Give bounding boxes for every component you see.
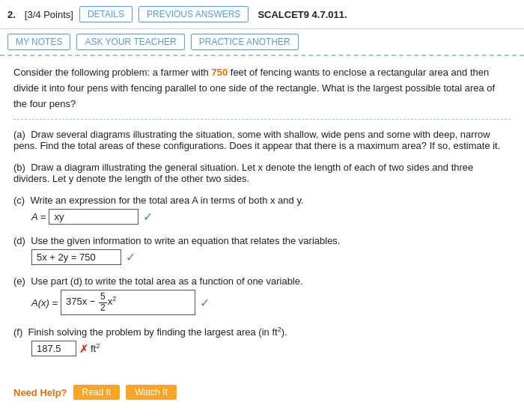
part-e-answer-before: 375x − [66, 296, 98, 308]
part-c: (c) Write an expression for the total ar… [13, 195, 511, 225]
part-c-input[interactable]: xy [49, 209, 138, 225]
need-help-label: Need Help? [13, 387, 67, 398]
scalcet-label: SCALCET9 4.7.011. [258, 9, 347, 20]
part-e-answer-block: A(x) = 375x − 52x2 ✓ [13, 290, 511, 314]
second-bar: MY NOTES ASK YOUR TEACHER PRACTICE ANOTH… [0, 29, 524, 56]
read-it-button[interactable]: Read It [73, 385, 121, 400]
part-f-input[interactable]: 187.5 [31, 341, 76, 356]
part-d-check-icon: ✓ [126, 250, 135, 264]
part-f-text: Finish solving the problem by finding th… [28, 326, 278, 338]
part-d-label: (d) Use the given information to write a… [13, 235, 511, 246]
question-number: 2. [7, 9, 16, 20]
part-c-text: Write an expression for the total area A… [30, 195, 303, 206]
part-e-fraction: 52 [99, 292, 107, 312]
part-f: (f) Finish solving the problem by findin… [13, 326, 511, 356]
part-f-cross-icon: ✗ [79, 342, 89, 356]
part-d-answer-block: 5x + 2y = 750 ✓ [13, 249, 511, 265]
content-area: Consider the following problem: a farmer… [0, 56, 524, 374]
part-c-check-icon: ✓ [143, 210, 153, 224]
ask-teacher-button[interactable]: ASK YOUR TEACHER [76, 34, 184, 50]
top-bar: 2. [3/4 Points] DETAILS PREVIOUS ANSWERS… [0, 0, 524, 29]
part-a: (a) Draw several diagrams illustrating t… [13, 129, 511, 151]
part-c-label: (c) Write an expression for the total ar… [13, 195, 511, 206]
part-c-eq-prefix: A = [31, 211, 46, 222]
part-a-text: Draw several diagrams illustrating the s… [13, 129, 500, 151]
part-f-text-end: ). [281, 326, 287, 338]
problem-intro-text: Consider the following problem: a farmer… [13, 67, 211, 78]
previous-answers-button[interactable]: PREVIOUS ANSWERS [138, 6, 249, 22]
problem-intro: Consider the following problem: a farmer… [13, 65, 511, 120]
need-help-bar: Need Help? Read It Watch It [0, 377, 524, 407]
part-e-input[interactable]: 375x − 52x2 [61, 290, 195, 314]
my-notes-button[interactable]: MY NOTES [7, 34, 70, 50]
part-f-answer-block: 187.5 ✗ ft2 [13, 341, 511, 356]
details-button[interactable]: DETAILS [79, 6, 132, 22]
part-d-input[interactable]: 5x + 2y = 750 [31, 249, 121, 265]
part-f-unit: ft2 [91, 342, 100, 354]
part-a-label: (a) Draw several diagrams illustrating t… [13, 129, 511, 151]
part-e-label: (e) Use part (d) to write the total area… [13, 276, 511, 287]
part-b-label: (b) Draw a diagram illustrating the gene… [13, 162, 511, 184]
part-d-text: Use the given information to write an eq… [31, 235, 340, 246]
part-f-label: (f) Finish solving the problem by findin… [13, 326, 511, 338]
part-e-exponent: 2 [112, 295, 116, 302]
part-e: (e) Use part (d) to write the total area… [13, 276, 511, 314]
part-b-text: Draw a diagram illustrating the general … [13, 162, 473, 184]
part-e-check-icon: ✓ [200, 296, 210, 310]
highlight-750: 750 [211, 67, 228, 78]
practice-another-button[interactable]: PRACTICE ANOTHER [191, 34, 299, 50]
part-e-text: Use part (d) to write the total area as … [31, 276, 302, 287]
part-e-eq-prefix: A(x) = [31, 297, 58, 308]
part-d: (d) Use the given information to write a… [13, 235, 511, 265]
watch-it-button[interactable]: Watch It [126, 385, 177, 400]
points-label: [3/4 Points] [25, 9, 73, 20]
part-b: (b) Draw a diagram illustrating the gene… [13, 162, 511, 184]
part-c-answer-block: A = xy ✓ [13, 209, 511, 225]
